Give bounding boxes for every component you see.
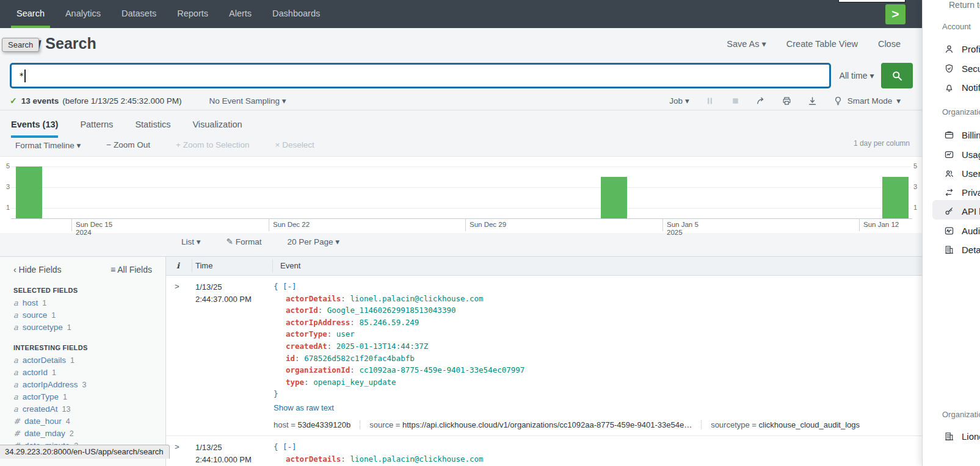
event-meta: host = 53de4339120b source = https://api… <box>274 420 912 429</box>
field-actorType[interactable]: aactorType1 <box>0 391 165 403</box>
event-timeline-chart: 5 3 1 5 3 1 Sun Dec 152024 Sun Dec 22 Su… <box>0 156 922 233</box>
json-value[interactable]: 85.246.59.249 <box>359 318 419 327</box>
x-tick-label: Sun Dec 152024 <box>76 221 112 237</box>
pencil-icon: ✎ <box>227 237 233 246</box>
chevron-left-icon: ‹ <box>13 265 16 274</box>
splunk-logo-icon[interactable]: > <box>885 4 906 24</box>
job-dropdown[interactable]: Job ▾ <box>669 96 689 106</box>
sidebar-item-billing[interactable]: Billing <box>944 127 980 142</box>
expand-event-arrow[interactable]: > <box>175 282 180 291</box>
search-query-input[interactable]: * <box>10 63 831 88</box>
results-bar: List ▾ ✎ Format 20 Per Page ▾ <box>181 237 339 246</box>
column-separator <box>272 259 273 273</box>
nav-item-dashboards[interactable]: Dashboards <box>262 0 330 28</box>
all-fields-button[interactable]: ≡ All Fields <box>111 265 152 274</box>
export-icon[interactable] <box>807 96 818 106</box>
nav-item-analytics[interactable]: Analytics <box>55 0 111 28</box>
view-mode-dropdown[interactable]: List ▾ <box>181 237 201 246</box>
zoom-out-button[interactable]: − Zoom Out <box>106 140 150 150</box>
field-createdAt[interactable]: acreatedAt13 <box>0 403 165 415</box>
show-raw-text-link[interactable]: Show as raw text <box>274 403 912 412</box>
json-value[interactable]: lionel.palacin@clickhouse.com <box>350 454 483 464</box>
tab-statistics[interactable]: Statistics <box>135 111 170 138</box>
meta-host[interactable]: host = 53de4339120b <box>274 420 360 429</box>
meta-sourcetype[interactable]: sourcetype = clickhouse_cloud_audit_logs <box>701 420 869 429</box>
field-actorDetails[interactable]: aactorDetails1 <box>0 354 165 367</box>
nav-item-reports[interactable]: Reports <box>167 0 219 28</box>
field-date_mday[interactable]: #date_mday2 <box>0 428 165 440</box>
return-to-link[interactable]: Return to <box>949 0 980 10</box>
account-section-label: Account <box>942 22 971 31</box>
share-icon[interactable] <box>756 96 766 106</box>
sidebar-item-security[interactable]: Security <box>944 61 980 76</box>
json-value[interactable]: user <box>336 329 355 339</box>
stop-icon[interactable] <box>730 96 741 106</box>
format-results-button[interactable]: ✎ Format <box>227 237 262 246</box>
gridline-5 <box>11 167 911 167</box>
field-host[interactable]: ahost1 <box>0 297 165 309</box>
json-value[interactable]: openapi_key_update <box>313 378 396 387</box>
field-actorIpAddress[interactable]: aactorIpAddress3 <box>0 379 165 391</box>
json-value[interactable]: lionel.palacin@clickhouse.com <box>350 294 483 303</box>
event-count-detail: (before 1/13/25 2:45:32.000 PM) <box>62 96 181 106</box>
sidebar-item-notifications[interactable]: Notifications <box>944 80 980 95</box>
nav-item-datasets[interactable]: Datasets <box>111 0 167 28</box>
close-button[interactable]: Close <box>878 39 901 49</box>
collapse-json-link[interactable]: [-] <box>283 282 297 291</box>
tab-visualization[interactable]: Visualization <box>192 111 242 138</box>
field-date_hour[interactable]: #date_hour4 <box>0 415 165 428</box>
sidebar-item-usage[interactable]: Usage <box>944 147 980 162</box>
time-range-picker[interactable]: All time ▾ <box>832 63 881 88</box>
sidebar-item-details[interactable]: Details <box>944 242 980 257</box>
pause-icon[interactable] <box>705 96 715 106</box>
timeline-bar[interactable] <box>601 177 627 218</box>
sidebar-item-audit[interactable]: Audit <box>944 223 980 238</box>
building-icon <box>944 431 954 442</box>
zoom-to-selection-button[interactable]: + Zoom to Selection <box>176 140 249 150</box>
timeline-plot[interactable] <box>11 157 911 218</box>
meta-source[interactable]: source = https://api.clickhouse.cloud/v1… <box>360 420 701 429</box>
field-source[interactable]: asource1 <box>0 309 165 321</box>
tab-events[interactable]: Events (13) <box>11 111 58 138</box>
sidebar-item-current-org[interactable]: Lionel <box>944 429 980 443</box>
tab-patterns[interactable]: Patterns <box>80 111 113 138</box>
organization-section-label: Organization <box>942 107 980 116</box>
field-actorId[interactable]: aactorId1 <box>0 367 165 379</box>
json-value[interactable]: 678526d582c1f20fac4babfb <box>304 354 415 363</box>
col-header-info: i <box>176 261 180 270</box>
text-cursor <box>24 70 26 82</box>
sidebar-item-api-keys[interactable]: API keys <box>944 204 980 218</box>
sidebar-item-private-endpoints[interactable]: Private endpoints <box>944 185 980 199</box>
timeline-scale-note: 1 day per column <box>854 139 910 148</box>
format-timeline-dropdown[interactable]: Format Timeline ▾ <box>15 140 81 150</box>
deselect-button[interactable]: × Deselect <box>275 140 314 150</box>
search-button[interactable] <box>881 63 913 88</box>
json-value[interactable]: 2025-01-13T14:44:37Z <box>336 342 429 351</box>
nav-item-alerts[interactable]: Alerts <box>219 0 262 28</box>
column-separator <box>192 259 192 273</box>
collapse-json-link[interactable]: [-] <box>283 442 297 451</box>
sidebar-item-profile[interactable]: Profile <box>944 41 980 56</box>
sidebar-item-users[interactable]: Users <box>944 166 980 181</box>
col-header-event: Event <box>280 261 300 270</box>
expand-event-arrow[interactable]: > <box>175 442 180 451</box>
browser-status-link: 34.29.223.20:8000/en-US/app/search/searc… <box>0 445 170 459</box>
shield-check-icon <box>944 63 954 74</box>
hide-fields-button[interactable]: ‹ Hide Fields <box>13 265 62 274</box>
create-table-view-button[interactable]: Create Table View <box>786 39 858 49</box>
cloud-settings-panel: Return to Account Profile Security Notif… <box>922 0 980 466</box>
timeline-bar[interactable] <box>882 177 909 218</box>
json-value[interactable]: cc1092aa-8775-459e-9401-33e54ec07997 <box>359 365 524 375</box>
search-mode-dropdown[interactable]: Smart Mode ▾ <box>833 96 901 106</box>
per-page-dropdown[interactable]: 20 Per Page ▾ <box>287 237 339 246</box>
organization-footer-label: Organization <box>942 410 980 419</box>
billing-icon <box>944 130 954 140</box>
field-sourcetype[interactable]: asourcetype1 <box>0 321 165 334</box>
timeline-bar[interactable] <box>16 167 42 218</box>
bulb-icon <box>833 96 843 106</box>
sampling-dropdown[interactable]: No Event Sampling ▾ <box>209 96 286 106</box>
nav-item-search[interactable]: Search <box>6 0 55 28</box>
print-icon[interactable] <box>782 96 792 106</box>
save-as-button[interactable]: Save As ▾ <box>727 39 766 49</box>
json-value[interactable]: Google_114602629918513043390 <box>327 306 456 315</box>
